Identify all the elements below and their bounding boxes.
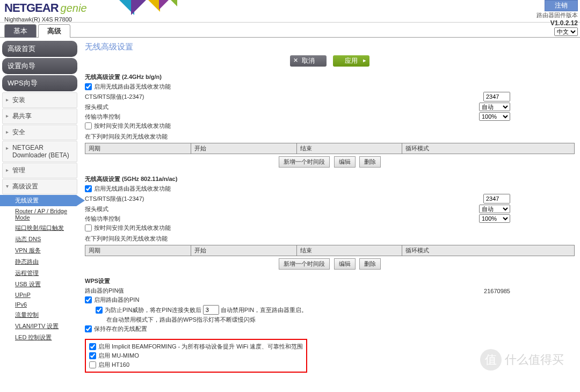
cts-5-label: CTS/RTS限值(1-2347): [85, 195, 144, 203]
sidebar-downloader[interactable]: ▸NETGEAR Downloader (BETA): [2, 141, 77, 162]
enable-radio-24-label: 启用无线路由器无线收发功能: [94, 83, 171, 91]
sidebar-home[interactable]: 高级首页: [2, 41, 77, 57]
pin-fail-prefix: 为防止PIN威胁，将在PIN连接失败后: [105, 306, 201, 314]
beamforming-checkbox[interactable]: [89, 343, 96, 350]
col-period: 周期: [85, 245, 191, 256]
cts-5-input[interactable]: [483, 194, 510, 204]
enable-pin-label: 启用路由器的PIN: [94, 296, 139, 304]
section-5ghz: 无线高级设置 (5GHz 802.11a/n/ac): [85, 173, 575, 184]
sub-vlan[interactable]: VLAN/IPTV 设置: [0, 321, 79, 332]
pin-fail-suffix: 自动禁用PIN，直至路由器重启。: [221, 306, 307, 314]
sidebar-adv-settings[interactable]: ▾高级设置: [2, 179, 77, 194]
logo-genie: genie: [61, 2, 87, 14]
cancel-button[interactable]: ✕取消: [290, 55, 327, 67]
sub-remote[interactable]: 远程管理: [0, 267, 79, 279]
sched-off-24-label: 按时间安排关闭无线收发功能: [94, 122, 171, 130]
router-pin-value: 21670985: [484, 288, 510, 294]
sched-off-5-checkbox[interactable]: [85, 224, 92, 231]
page-title: 无线高级设置: [85, 41, 575, 55]
add-period-24-button[interactable]: 新增一个时间段: [279, 156, 330, 168]
sub-ddns[interactable]: 动态 DNS: [0, 234, 79, 245]
firmware-version: V1.0.2.12: [550, 19, 578, 27]
enable-pin-checkbox[interactable]: [85, 296, 92, 303]
sub-port[interactable]: 端口映射/端口触发: [0, 222, 79, 234]
tab-basic[interactable]: 基本: [4, 24, 37, 38]
schedule-5-table: 周期开始结束循环模式: [85, 245, 575, 256]
del-period-5-button[interactable]: 删除: [359, 258, 381, 270]
sidebar-wizard[interactable]: 设置向导: [2, 58, 77, 74]
edit-period-24-button[interactable]: 编辑: [334, 156, 356, 168]
txpower-5-select[interactable]: 100%: [479, 214, 510, 223]
logo-netgear: NETGEAR: [4, 1, 59, 15]
language-select[interactable]: 中文: [554, 27, 578, 36]
txpower-24-label: 传输功率控制: [85, 113, 120, 121]
preamble-5-select[interactable]: 自动: [479, 205, 510, 213]
keep-config-label: 保持存在的无线配置: [94, 325, 147, 333]
col-recur: 循环模式: [402, 143, 575, 154]
preamble-5-label: 报头模式: [85, 205, 108, 213]
sub-static-route[interactable]: 静态路由: [0, 256, 79, 267]
section-24ghz: 无线高级设置 (2.4GHz b/g/n): [85, 71, 575, 82]
enable-radio-24-checkbox[interactable]: [85, 83, 92, 90]
sub-led[interactable]: LED 控制设置: [0, 332, 79, 343]
chevron-right-icon: ▸: [6, 97, 9, 103]
ht160-checkbox[interactable]: [89, 361, 96, 368]
sidebar-manage[interactable]: ▸管理: [2, 163, 77, 178]
close-icon: ✕: [293, 57, 298, 64]
pin-fail-checkbox[interactable]: [96, 307, 103, 314]
preamble-24-select[interactable]: 自动: [479, 103, 510, 111]
sub-traffic[interactable]: 流量控制: [0, 309, 79, 321]
edit-period-5-button[interactable]: 编辑: [334, 258, 356, 270]
firmware-label: 路由器固件版本: [536, 12, 578, 18]
sidebar-install[interactable]: ▸安装: [2, 92, 77, 108]
ht160-label: 启用 HT160: [98, 361, 129, 369]
pin-fail-input[interactable]: [203, 305, 219, 315]
pin-note: 在自动禁用模式下，路由器的WPS指示灯将不断缓慢闪烁: [106, 316, 256, 324]
txpower-5-label: 传输功率控制: [85, 215, 120, 223]
beamforming-label: 启用 Implicit BEAMFORMING - 为所有移动设备提升 WiFi…: [98, 343, 303, 351]
enable-radio-5-checkbox[interactable]: [85, 185, 92, 192]
sub-usb[interactable]: USB 设置: [0, 279, 79, 290]
sub-vpn[interactable]: VPN 服务: [0, 245, 79, 256]
keep-config-checkbox[interactable]: [85, 325, 92, 332]
cts-24-input[interactable]: [483, 92, 510, 101]
logout-button[interactable]: 注销: [545, 0, 578, 11]
sidebar-share[interactable]: ▸易共享: [2, 108, 77, 124]
router-pin-label: 路由器的PIN值: [85, 287, 124, 295]
sched-24-label: 在下列时间段关闭无线收发功能: [85, 130, 575, 142]
txpower-24-select[interactable]: 100%: [479, 112, 510, 121]
col-period: 周期: [85, 143, 191, 154]
sub-upnp[interactable]: UPnP: [0, 290, 79, 300]
cts-24-label: CTS/RTS限值(1-2347): [85, 93, 144, 101]
sub-router-mode[interactable]: Router / AP / Bridge Mode: [0, 206, 79, 222]
sub-wireless[interactable]: 无线设置: [0, 195, 85, 206]
enable-radio-5-label: 启用无线路由器无线收发功能: [94, 185, 171, 193]
sub-ipv6[interactable]: IPv6: [0, 300, 79, 309]
mumimo-label: 启用 MU-MIMO: [98, 352, 139, 360]
add-period-5-button[interactable]: 新增一个时间段: [279, 258, 330, 270]
col-end: 结束: [296, 143, 402, 154]
sched-off-5-label: 按时间安排关闭无线收发功能: [94, 224, 171, 232]
highlighted-features-box: 启用 Implicit BEAMFORMING - 为所有移动设备提升 WiFi…: [85, 339, 307, 373]
sidebar-wps[interactable]: WPS向导: [2, 75, 77, 91]
col-start: 开始: [191, 245, 296, 256]
sched-off-24-checkbox[interactable]: [85, 122, 92, 129]
tab-advanced[interactable]: 高级: [38, 24, 70, 38]
sidebar-security[interactable]: ▸安全: [2, 125, 77, 140]
model-name: Nighthawk(R) X4S R7800: [0, 16, 580, 23]
chevron-right-icon: ▸: [6, 145, 9, 151]
col-recur: 循环模式: [402, 245, 575, 256]
chevron-right-icon: ▸: [6, 113, 9, 119]
chevron-right-icon: ▸: [6, 129, 9, 135]
col-end: 结束: [296, 245, 402, 256]
chevron-down-icon: ▾: [6, 183, 9, 189]
mumimo-checkbox[interactable]: [89, 352, 96, 359]
apply-button[interactable]: 应用▸: [333, 55, 369, 67]
sched-5-label: 在下列时间段关闭无线收发功能: [85, 233, 575, 244]
schedule-24-table: 周期开始结束循环模式: [85, 143, 575, 154]
chevron-right-icon: ▸: [363, 57, 366, 64]
col-start: 开始: [191, 143, 296, 154]
preamble-24-label: 报头模式: [85, 103, 108, 111]
del-period-24-button[interactable]: 删除: [359, 156, 381, 168]
section-wps: WPS设置: [85, 275, 575, 286]
